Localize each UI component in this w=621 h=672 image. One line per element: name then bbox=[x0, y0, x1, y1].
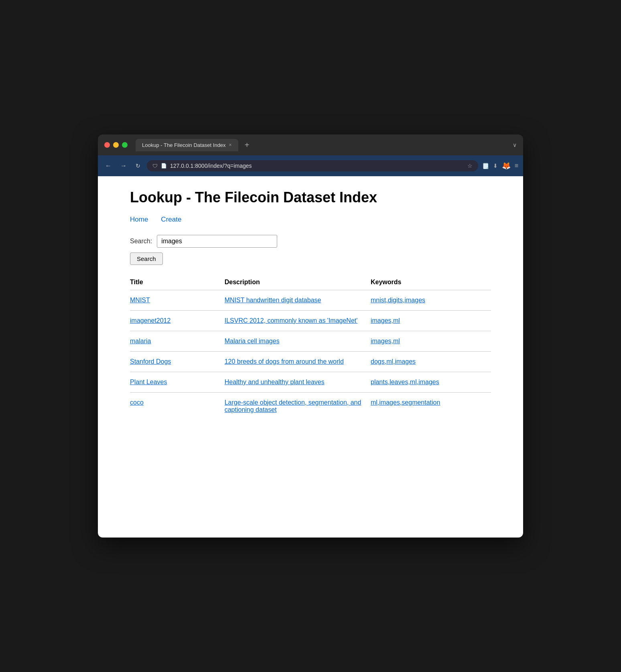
search-label: Search: bbox=[130, 238, 152, 245]
shield-icon: 🛡 bbox=[152, 163, 158, 169]
search-button[interactable]: Search bbox=[130, 253, 163, 265]
search-row: Search: bbox=[130, 235, 491, 248]
table-header: Title Description Keywords bbox=[130, 275, 491, 290]
result-keywords-link[interactable]: images,ml bbox=[371, 338, 400, 344]
nav-links: Home Create bbox=[130, 216, 491, 224]
result-keywords-link[interactable]: dogs,ml,images bbox=[371, 358, 416, 365]
extension-icon[interactable]: 🦊 bbox=[502, 161, 511, 170]
forward-button[interactable]: → bbox=[118, 161, 129, 171]
title-bar: Lookup - The Filecoin Dataset Index × + … bbox=[98, 134, 523, 155]
result-title-link[interactable]: MNIST bbox=[130, 297, 150, 303]
result-title-link[interactable]: malaria bbox=[130, 338, 151, 344]
maximize-button[interactable] bbox=[122, 142, 128, 148]
minimize-button[interactable] bbox=[113, 142, 119, 148]
bookmark-star-icon[interactable]: ☆ bbox=[467, 163, 473, 169]
result-description-link[interactable]: Healthy and unhealthy plant leaves bbox=[225, 379, 325, 385]
result-keywords-link[interactable]: images,ml bbox=[371, 317, 400, 324]
page-content: Lookup - The Filecoin Dataset Index Home… bbox=[98, 176, 523, 538]
result-title-link[interactable]: Stanford Dogs bbox=[130, 358, 171, 365]
search-form: Search: Search bbox=[130, 235, 491, 265]
result-title-link[interactable]: coco bbox=[130, 399, 144, 406]
pocket-icon[interactable]: 🗒️ bbox=[482, 163, 489, 169]
download-icon[interactable]: ⬇ bbox=[493, 163, 498, 169]
active-tab[interactable]: Lookup - The Filecoin Dataset Index × bbox=[136, 139, 238, 151]
menu-icon[interactable]: ≡ bbox=[515, 162, 518, 169]
table-row: malariaMalaria cell imagesimages,ml bbox=[130, 331, 491, 352]
new-tab-button[interactable]: + bbox=[242, 139, 253, 151]
browser-window: Lookup - The Filecoin Dataset Index × + … bbox=[98, 134, 523, 538]
result-description-link[interactable]: MNIST handwritten digit database bbox=[225, 297, 321, 303]
tab-close-button[interactable]: × bbox=[229, 142, 232, 148]
table-row: Stanford Dogs120 breeds of dogs from aro… bbox=[130, 352, 491, 372]
table-row: MNISTMNIST handwritten digit databasemni… bbox=[130, 290, 491, 311]
results-table: Title Description Keywords MNISTMNIST ha… bbox=[130, 275, 491, 420]
result-description-link[interactable]: Large-scale object detection, segmentati… bbox=[225, 399, 361, 413]
back-button[interactable]: ← bbox=[103, 161, 114, 171]
url-text: 127.0.0.1:8000/index/?q=images bbox=[170, 163, 464, 169]
result-keywords-link[interactable]: plants,leaves,ml,images bbox=[371, 379, 439, 385]
close-button[interactable] bbox=[104, 142, 110, 148]
result-description-link[interactable]: Malaria cell images bbox=[225, 338, 280, 344]
header-description: Description bbox=[225, 275, 371, 290]
create-link[interactable]: Create bbox=[161, 216, 181, 224]
result-keywords-link[interactable]: ml,images,segmentation bbox=[371, 399, 440, 406]
result-description-link[interactable]: ILSVRC 2012, commonly known as 'ImageNet… bbox=[225, 317, 358, 324]
results-body: MNISTMNIST handwritten digit databasemni… bbox=[130, 290, 491, 420]
search-input[interactable] bbox=[157, 235, 277, 248]
result-title-link[interactable]: Plant Leaves bbox=[130, 379, 167, 385]
home-link[interactable]: Home bbox=[130, 216, 148, 224]
result-description-link[interactable]: 120 breeds of dogs from around the world bbox=[225, 358, 344, 365]
tab-bar: Lookup - The Filecoin Dataset Index × + … bbox=[136, 139, 517, 151]
reload-button[interactable]: ↻ bbox=[133, 161, 143, 171]
header-keywords: Keywords bbox=[371, 275, 491, 290]
table-row: imagenet2012ILSVRC 2012, commonly known … bbox=[130, 311, 491, 331]
tab-title: Lookup - The Filecoin Dataset Index bbox=[142, 142, 226, 148]
address-bar: ← → ↻ 🛡 📄 127.0.0.1:8000/index/?q=images… bbox=[98, 155, 523, 176]
table-row: cocoLarge-scale object detection, segmen… bbox=[130, 393, 491, 420]
result-keywords-link[interactable]: mnist,digits,images bbox=[371, 297, 425, 303]
page-icon: 📄 bbox=[161, 163, 167, 169]
traffic-lights bbox=[104, 142, 128, 148]
tab-chevron-icon[interactable]: ∨ bbox=[513, 142, 517, 148]
url-bar[interactable]: 🛡 📄 127.0.0.1:8000/index/?q=images ☆ bbox=[147, 160, 478, 171]
header-title: Title bbox=[130, 275, 225, 290]
result-title-link[interactable]: imagenet2012 bbox=[130, 317, 170, 324]
table-row: Plant LeavesHealthy and unhealthy plant … bbox=[130, 372, 491, 393]
page-title: Lookup - The Filecoin Dataset Index bbox=[130, 189, 491, 206]
